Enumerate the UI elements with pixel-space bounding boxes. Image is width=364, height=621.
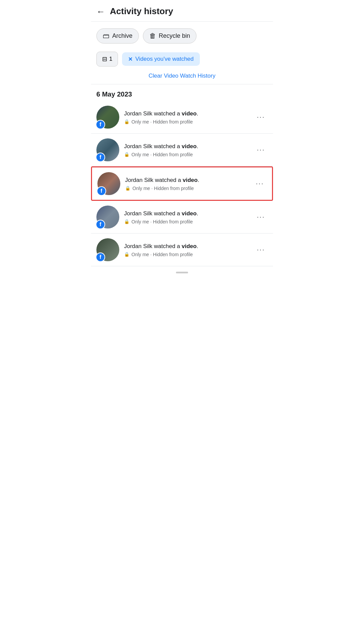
- activity-suffix: .: [196, 110, 198, 117]
- activity-text-wrap: Jordan Silk watched a video. 🔒 Only me ·…: [124, 110, 249, 125]
- more-options-button[interactable]: ···: [253, 178, 267, 189]
- activity-main-text: Jordan Silk watched a video.: [124, 110, 249, 118]
- facebook-badge: f: [96, 120, 105, 129]
- activity-item: f Jordan Silk watched a video. 🔒 Only me…: [91, 101, 273, 134]
- activity-text-wrap: Jordan Silk watched a video. 🔒 Only me ·…: [124, 242, 249, 257]
- bottom-dot: [176, 272, 188, 273]
- avatar-wrap: f: [96, 106, 119, 129]
- activity-item: f Jordan Silk watched a video. 🔒 Only me…: [91, 166, 273, 201]
- activity-list: f Jordan Silk watched a video. 🔒 Only me…: [91, 101, 273, 266]
- filter-count: 1: [109, 56, 112, 62]
- activity-text-wrap: Jordan Silk watched a video. 🔒 Only me ·…: [124, 142, 249, 157]
- filter-buttons-row: 🗃 Archive 🗑 Recycle bin: [91, 22, 273, 49]
- facebook-badge: f: [97, 186, 106, 196]
- activity-bold: video: [182, 210, 196, 217]
- activity-meta: 🔒 Only me · Hidden from profile: [124, 219, 249, 224]
- activity-item: f Jordan Silk watched a video. 🔒 Only me…: [91, 234, 273, 266]
- facebook-badge: f: [96, 153, 105, 162]
- lock-icon: 🔒: [124, 219, 129, 224]
- avatar-wrap: f: [96, 206, 119, 228]
- avatar-wrap: f: [96, 238, 119, 261]
- activity-suffix: .: [198, 177, 199, 183]
- activity-main-text: Jordan Silk watched a video.: [125, 176, 248, 184]
- trash-icon: 🗑: [149, 32, 156, 40]
- recycle-bin-label: Recycle bin: [159, 32, 190, 39]
- activity-suffix: .: [196, 243, 198, 249]
- activity-suffix: .: [196, 143, 198, 150]
- activity-main-text: Jordan Silk watched a video.: [124, 242, 249, 250]
- date-section: 6 May 2023: [91, 84, 273, 101]
- archive-button[interactable]: 🗃 Archive: [96, 28, 139, 44]
- activity-prefix: Jordan Silk watched a: [124, 110, 182, 117]
- more-options-button[interactable]: ···: [254, 211, 268, 223]
- recycle-bin-button[interactable]: 🗑 Recycle bin: [143, 28, 196, 44]
- more-options-button[interactable]: ···: [254, 111, 268, 123]
- activity-text-wrap: Jordan Silk watched a video. 🔒 Only me ·…: [125, 176, 248, 191]
- activity-meta-text: Only me · Hidden from profile: [131, 219, 193, 224]
- activity-meta: 🔒 Only me · Hidden from profile: [124, 152, 249, 157]
- date-label: 6 May 2023: [96, 90, 132, 98]
- activity-meta: 🔒 Only me · Hidden from profile: [125, 186, 248, 191]
- archive-label: Archive: [112, 32, 132, 39]
- activity-bold: video: [182, 243, 196, 249]
- activity-prefix: Jordan Silk watched a: [125, 177, 183, 183]
- activity-prefix: Jordan Silk watched a: [124, 143, 182, 150]
- sliders-icon: ⊟: [102, 55, 107, 63]
- activity-item: f Jordan Silk watched a video. 🔒 Only me…: [91, 201, 273, 234]
- lock-icon: 🔒: [124, 119, 129, 124]
- more-options-button[interactable]: ···: [254, 144, 268, 156]
- activity-item: f Jordan Silk watched a video. 🔒 Only me…: [91, 134, 273, 166]
- more-options-button[interactable]: ···: [254, 244, 268, 255]
- videos-watched-label: Videos you've watched: [135, 56, 193, 62]
- page-header: ← Activity history: [91, 0, 273, 22]
- activity-prefix: Jordan Silk watched a: [124, 210, 182, 217]
- back-button[interactable]: ←: [96, 7, 105, 16]
- activity-meta-text: Only me · Hidden from profile: [132, 186, 194, 191]
- active-filter-row: ⊟ 1 ✕ Videos you've watched: [91, 49, 273, 69]
- activity-bold: video: [182, 143, 196, 150]
- activity-bold: video: [182, 110, 196, 117]
- archive-icon: 🗃: [103, 32, 110, 40]
- activity-text-wrap: Jordan Silk watched a video. 🔒 Only me ·…: [124, 210, 249, 224]
- activity-meta: 🔒 Only me · Hidden from profile: [124, 119, 249, 125]
- filter-count-button[interactable]: ⊟ 1: [96, 52, 118, 66]
- avatar-wrap: f: [96, 138, 119, 161]
- avatar-wrap: f: [97, 172, 120, 195]
- activity-main-text: Jordan Silk watched a video.: [124, 142, 249, 151]
- activity-main-text: Jordan Silk watched a video.: [124, 210, 249, 218]
- clear-video-watch-history-link[interactable]: Clear Video Watch History: [149, 73, 215, 79]
- videos-watched-chip[interactable]: ✕ Videos you've watched: [122, 52, 200, 66]
- lock-icon: 🔒: [124, 152, 129, 157]
- activity-bold: video: [183, 177, 198, 183]
- lock-icon: 🔒: [124, 252, 129, 257]
- facebook-badge: f: [96, 220, 105, 229]
- activity-meta-text: Only me · Hidden from profile: [131, 252, 193, 257]
- activity-meta-text: Only me · Hidden from profile: [131, 152, 193, 157]
- activity-prefix: Jordan Silk watched a: [124, 243, 182, 249]
- facebook-badge: f: [96, 252, 105, 262]
- page-title: Activity history: [110, 6, 173, 17]
- activity-suffix: .: [196, 210, 198, 217]
- clear-history-row: Clear Video Watch History: [91, 69, 273, 84]
- lock-icon: 🔒: [125, 186, 130, 191]
- close-icon: ✕: [128, 56, 132, 62]
- activity-meta-text: Only me · Hidden from profile: [131, 119, 193, 125]
- activity-meta: 🔒 Only me · Hidden from profile: [124, 252, 249, 257]
- bottom-indicator: [91, 266, 273, 276]
